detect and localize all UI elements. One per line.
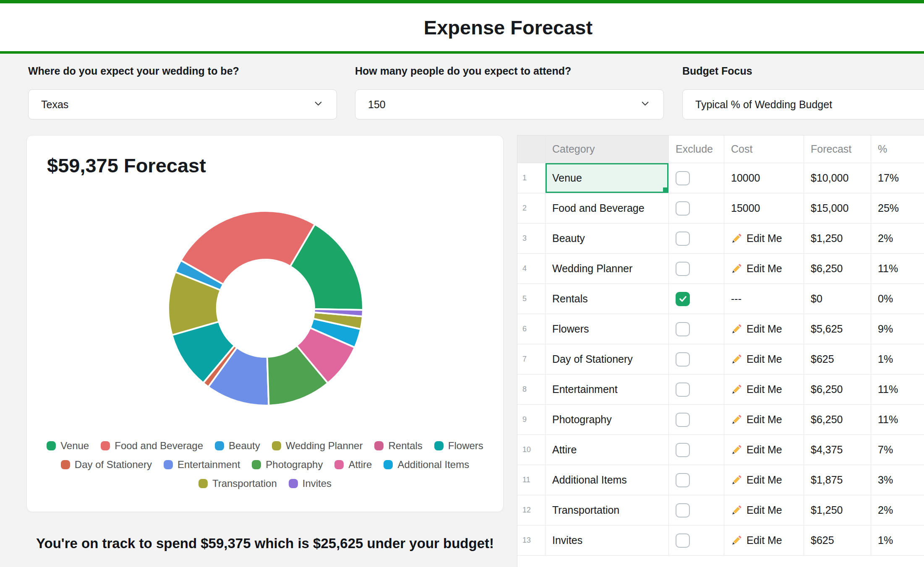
edit-me-button[interactable]: Edit Me xyxy=(731,534,782,546)
edit-me-button[interactable]: Edit Me xyxy=(731,383,782,395)
row-number[interactable]: 9 xyxy=(517,405,546,435)
row-number[interactable]: 13 xyxy=(517,525,546,556)
cost-cell[interactable]: Edit Me xyxy=(724,344,804,375)
category-cell[interactable]: Day of Stationery xyxy=(546,344,669,375)
forecast-cell[interactable]: $1,250 xyxy=(804,495,871,525)
category-cell[interactable]: Venue xyxy=(546,163,669,193)
percent-cell[interactable]: 11% xyxy=(871,405,924,435)
cost-cell[interactable]: Edit Me xyxy=(724,525,804,556)
cost-cell[interactable]: Edit Me xyxy=(724,495,804,525)
row-number[interactable]: 1 xyxy=(517,163,546,193)
percent-cell[interactable]: 17% xyxy=(871,163,924,193)
forecast-cell[interactable]: $0 xyxy=(804,284,871,314)
edit-me-button[interactable]: Edit Me xyxy=(731,504,782,516)
legend-item[interactable]: Attire xyxy=(334,459,372,471)
category-cell[interactable]: Invites xyxy=(546,525,669,556)
legend-item[interactable]: Day of Stationery xyxy=(61,459,152,471)
category-cell[interactable]: Rentals xyxy=(546,284,669,314)
edit-me-button[interactable]: Edit Me xyxy=(731,414,782,426)
cost-cell[interactable]: Edit Me xyxy=(724,435,804,465)
row-number[interactable]: 8 xyxy=(517,375,546,405)
category-cell[interactable]: Additional Items xyxy=(546,465,669,495)
category-cell[interactable]: Food and Beverage xyxy=(546,193,669,224)
category-cell[interactable]: Entertainment xyxy=(546,375,669,405)
legend-item[interactable]: Invites xyxy=(289,478,331,489)
legend-item[interactable]: Rentals xyxy=(374,440,422,452)
forecast-cell[interactable]: $1,250 xyxy=(804,224,871,254)
column-header-percent[interactable]: % xyxy=(871,135,924,163)
forecast-cell[interactable]: $625 xyxy=(804,344,871,375)
forecast-cell[interactable]: $4,375 xyxy=(804,435,871,465)
cost-cell[interactable]: Edit Me xyxy=(724,375,804,405)
legend-item[interactable]: Venue xyxy=(47,440,89,452)
budget-focus-select[interactable]: Typical % of Wedding Budget xyxy=(682,89,924,120)
row-number[interactable]: 10 xyxy=(517,435,546,465)
row-number[interactable]: 11 xyxy=(517,465,546,495)
exclude-checkbox[interactable] xyxy=(676,352,690,367)
forecast-cell[interactable]: $6,250 xyxy=(804,405,871,435)
edit-me-button[interactable]: Edit Me xyxy=(731,444,782,456)
percent-cell[interactable]: 2% xyxy=(871,495,924,525)
legend-item[interactable]: Photography xyxy=(252,459,323,471)
exclude-checkbox[interactable] xyxy=(676,533,690,548)
cost-cell[interactable]: 10000 xyxy=(724,163,804,193)
cost-cell[interactable]: Edit Me xyxy=(724,224,804,254)
legend-item[interactable]: Wedding Planner xyxy=(272,440,363,452)
row-number[interactable]: 7 xyxy=(517,344,546,375)
legend-item[interactable]: Entertainment xyxy=(164,459,240,471)
edit-me-button[interactable]: Edit Me xyxy=(731,263,782,275)
legend-item[interactable]: Additional Items xyxy=(384,459,469,471)
forecast-cell[interactable]: $625 xyxy=(804,525,871,556)
legend-item[interactable]: Food and Beverage xyxy=(101,440,203,452)
exclude-checkbox[interactable] xyxy=(676,231,690,246)
percent-cell[interactable]: 11% xyxy=(871,375,924,405)
percent-cell[interactable]: 3% xyxy=(871,465,924,495)
cost-cell[interactable]: 15000 xyxy=(724,193,804,224)
category-cell[interactable]: Beauty xyxy=(546,224,669,254)
cost-cell[interactable]: Edit Me xyxy=(724,465,804,495)
category-cell[interactable]: Photography xyxy=(546,405,669,435)
exclude-checkbox[interactable] xyxy=(676,413,690,427)
row-number[interactable]: 2 xyxy=(517,193,546,224)
category-cell[interactable]: Transportation xyxy=(546,495,669,525)
exclude-checkbox[interactable] xyxy=(676,443,690,457)
category-cell[interactable]: Attire xyxy=(546,435,669,465)
forecast-cell[interactable]: $10,000 xyxy=(804,163,871,193)
forecast-cell[interactable]: $6,250 xyxy=(804,375,871,405)
forecast-cell[interactable]: $1,875 xyxy=(804,465,871,495)
percent-cell[interactable]: 9% xyxy=(871,314,924,344)
percent-cell[interactable]: 11% xyxy=(871,254,924,284)
edit-me-button[interactable]: Edit Me xyxy=(731,232,782,244)
exclude-checkbox[interactable] xyxy=(676,322,690,336)
category-cell[interactable]: Wedding Planner xyxy=(546,254,669,284)
column-header-cost[interactable]: Cost xyxy=(724,135,804,163)
legend-item[interactable]: Flowers xyxy=(434,440,483,452)
edit-me-button[interactable]: Edit Me xyxy=(731,474,782,486)
column-header-exclude[interactable]: Exclude xyxy=(669,135,724,163)
forecast-cell[interactable]: $5,625 xyxy=(804,314,871,344)
row-number[interactable]: 6 xyxy=(517,314,546,344)
exclude-checkbox[interactable] xyxy=(676,201,690,216)
forecast-cell[interactable]: $6,250 xyxy=(804,254,871,284)
percent-cell[interactable]: 1% xyxy=(871,525,924,556)
row-number[interactable]: 4 xyxy=(517,254,546,284)
exclude-checkbox[interactable] xyxy=(676,382,690,397)
edit-me-button[interactable]: Edit Me xyxy=(731,323,782,335)
percent-cell[interactable]: 2% xyxy=(871,224,924,254)
row-number[interactable]: 3 xyxy=(517,224,546,254)
legend-item[interactable]: Transportation xyxy=(198,478,277,489)
column-header-category[interactable]: Category xyxy=(546,135,669,163)
column-header-forecast[interactable]: Forecast xyxy=(804,135,871,163)
forecast-cell[interactable]: $15,000 xyxy=(804,193,871,224)
exclude-checkbox[interactable] xyxy=(676,292,690,306)
fill-handle[interactable] xyxy=(663,187,668,192)
cost-cell[interactable]: Edit Me xyxy=(724,254,804,284)
edit-me-button[interactable]: Edit Me xyxy=(731,353,782,365)
percent-cell[interactable]: 25% xyxy=(871,193,924,224)
location-select[interactable]: Texas xyxy=(28,89,337,120)
row-number[interactable]: 5 xyxy=(517,284,546,314)
percent-cell[interactable]: 1% xyxy=(871,344,924,375)
legend-item[interactable]: Beauty xyxy=(215,440,260,452)
exclude-checkbox[interactable] xyxy=(676,171,690,185)
exclude-checkbox[interactable] xyxy=(676,262,690,276)
